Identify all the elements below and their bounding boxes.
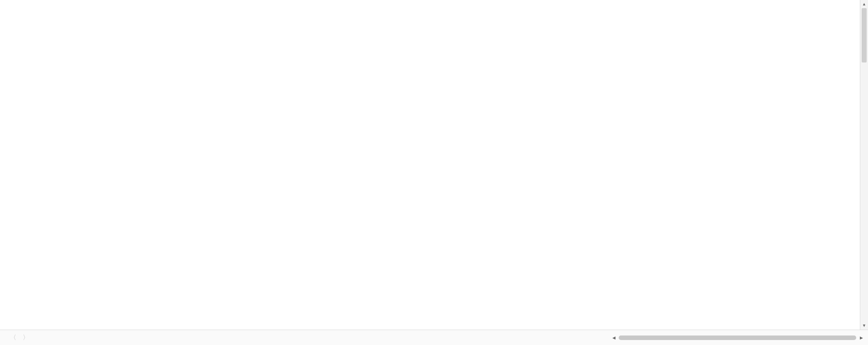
sheet-nav-arrows: 〈 〉: [4, 334, 34, 342]
grid-area: ▲ ▼: [0, 0, 868, 330]
vertical-scrollbar[interactable]: ▲ ▼: [860, 0, 868, 330]
vertical-scroll-track[interactable]: [860, 8, 868, 321]
sheet-tabs: [35, 330, 49, 345]
grid-main[interactable]: [0, 0, 698, 330]
grid-spacer: [698, 0, 868, 330]
scroll-left-arrow-icon[interactable]: ◀: [611, 335, 617, 341]
scroll-up-arrow-icon[interactable]: ▲: [860, 0, 868, 8]
horizontal-scroll-track[interactable]: [619, 335, 856, 340]
next-sheet-icon[interactable]: 〉: [23, 334, 29, 342]
scroll-right-arrow-icon[interactable]: ▶: [858, 335, 864, 341]
horizontal-scroll-thumb[interactable]: [619, 335, 856, 340]
sheet-tab-bar: 〈 〉 ◀ ▶: [0, 330, 868, 345]
horizontal-scrollbar[interactable]: ◀ ▶: [611, 335, 864, 341]
workbook: ▲ ▼ 〈 〉 ◀ ▶: [0, 0, 868, 345]
prev-sheet-icon[interactable]: 〈: [10, 334, 16, 342]
scroll-down-arrow-icon[interactable]: ▼: [860, 321, 868, 330]
vertical-scroll-thumb[interactable]: [862, 8, 867, 62]
